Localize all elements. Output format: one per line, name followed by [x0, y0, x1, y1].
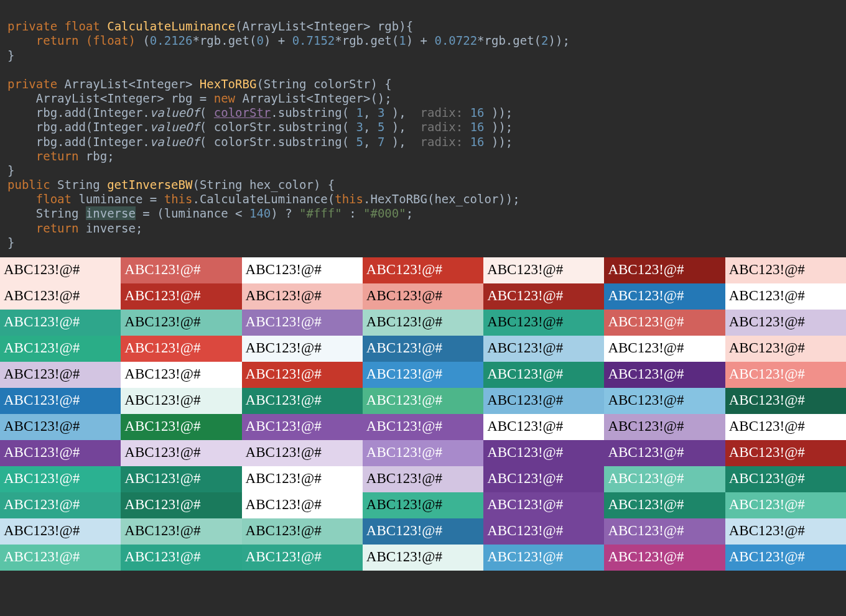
color-swatch: ABC123!@# — [363, 310, 483, 336]
color-swatch: ABC123!@# — [483, 518, 604, 545]
code-line: return inverse; — [7, 221, 142, 235]
color-swatch: ABC123!@# — [483, 257, 604, 283]
color-swatch: ABC123!@# — [604, 466, 725, 492]
color-swatch: ABC123!@# — [0, 414, 121, 440]
color-swatch: ABC123!@# — [725, 414, 846, 440]
code-line: return (float) (0.2126*rgb.get(0) + 0.71… — [7, 34, 570, 47]
color-swatch: ABC123!@# — [725, 518, 846, 545]
color-swatch: ABC123!@# — [483, 466, 604, 492]
color-swatch-grid: ABC123!@#ABC123!@#ABC123!@#ABC123!@#ABC1… — [0, 257, 846, 571]
color-swatch: ABC123!@# — [0, 362, 121, 388]
color-swatch: ABC123!@# — [725, 466, 846, 492]
color-swatch: ABC123!@# — [483, 545, 604, 571]
color-swatch: ABC123!@# — [363, 336, 483, 362]
color-swatch: ABC123!@# — [0, 310, 121, 336]
color-swatch: ABC123!@# — [121, 283, 241, 310]
color-swatch: ABC123!@# — [242, 414, 363, 440]
code-line: float luminance = this.CalculateLuminanc… — [7, 192, 520, 206]
code-line: rbg.add(Integer.valueOf( colorStr.substr… — [7, 106, 513, 119]
code-line: } — [7, 236, 14, 249]
color-swatch: ABC123!@# — [363, 388, 483, 414]
code-editor: private float CalculateLuminance(ArrayLi… — [0, 0, 846, 257]
color-swatch: ABC123!@# — [483, 492, 604, 518]
color-swatch: ABC123!@# — [121, 466, 241, 492]
color-swatch: ABC123!@# — [604, 388, 725, 414]
color-swatch: ABC123!@# — [0, 518, 121, 545]
color-swatch: ABC123!@# — [242, 518, 363, 545]
color-swatch: ABC123!@# — [242, 440, 363, 466]
color-swatch: ABC123!@# — [725, 283, 846, 310]
color-swatch: ABC123!@# — [725, 388, 846, 414]
color-swatch: ABC123!@# — [363, 545, 483, 571]
color-swatch: ABC123!@# — [483, 283, 604, 310]
color-swatch: ABC123!@# — [725, 545, 846, 571]
color-swatch: ABC123!@# — [242, 310, 363, 336]
code-line: } — [7, 163, 14, 177]
code-line: ArrayList<Integer> rbg = new ArrayList<I… — [7, 91, 392, 105]
color-swatch: ABC123!@# — [121, 414, 241, 440]
color-swatch: ABC123!@# — [242, 492, 363, 518]
color-swatch: ABC123!@# — [604, 492, 725, 518]
color-swatch: ABC123!@# — [242, 336, 363, 362]
color-swatch: ABC123!@# — [725, 362, 846, 388]
code-line: private float CalculateLuminance(ArrayLi… — [7, 19, 413, 33]
color-swatch: ABC123!@# — [363, 466, 483, 492]
code-line: rbg.add(Integer.valueOf( colorStr.substr… — [7, 135, 513, 149]
color-swatch: ABC123!@# — [725, 310, 846, 336]
color-swatch: ABC123!@# — [604, 283, 725, 310]
color-swatch: ABC123!@# — [725, 440, 846, 466]
color-swatch: ABC123!@# — [604, 440, 725, 466]
color-swatch: ABC123!@# — [483, 336, 604, 362]
color-swatch: ABC123!@# — [725, 336, 846, 362]
code-line: } — [7, 48, 14, 62]
code-line: String inverse = (luminance < 140) ? "#f… — [7, 206, 413, 220]
color-swatch: ABC123!@# — [121, 518, 241, 545]
color-swatch: ABC123!@# — [604, 518, 725, 545]
color-swatch: ABC123!@# — [483, 414, 604, 440]
color-swatch: ABC123!@# — [121, 362, 241, 388]
color-swatch: ABC123!@# — [0, 440, 121, 466]
color-swatch: ABC123!@# — [725, 257, 846, 283]
color-swatch: ABC123!@# — [242, 466, 363, 492]
color-swatch: ABC123!@# — [0, 257, 121, 283]
code-line: private ArrayList<Integer> HexToRBG(Stri… — [7, 77, 392, 91]
code-line: return rbg; — [7, 149, 114, 163]
color-swatch: ABC123!@# — [725, 492, 846, 518]
color-swatch: ABC123!@# — [242, 545, 363, 571]
color-swatch: ABC123!@# — [121, 545, 241, 571]
color-swatch: ABC123!@# — [121, 440, 241, 466]
color-swatch: ABC123!@# — [363, 518, 483, 545]
color-swatch: ABC123!@# — [121, 388, 241, 414]
color-swatch: ABC123!@# — [604, 414, 725, 440]
code-line: rbg.add(Integer.valueOf( colorStr.substr… — [7, 120, 513, 134]
color-swatch: ABC123!@# — [363, 440, 483, 466]
color-swatch: ABC123!@# — [483, 440, 604, 466]
color-swatch: ABC123!@# — [121, 310, 241, 336]
color-swatch: ABC123!@# — [483, 388, 604, 414]
color-swatch: ABC123!@# — [604, 336, 725, 362]
color-swatch: ABC123!@# — [242, 388, 363, 414]
color-swatch: ABC123!@# — [0, 545, 121, 571]
color-swatch: ABC123!@# — [483, 310, 604, 336]
color-swatch: ABC123!@# — [0, 388, 121, 414]
color-swatch: ABC123!@# — [363, 362, 483, 388]
color-swatch: ABC123!@# — [0, 283, 121, 310]
color-swatch: ABC123!@# — [121, 257, 241, 283]
color-swatch: ABC123!@# — [363, 257, 483, 283]
color-swatch: ABC123!@# — [0, 336, 121, 362]
color-swatch: ABC123!@# — [121, 336, 241, 362]
color-swatch: ABC123!@# — [0, 492, 121, 518]
color-swatch: ABC123!@# — [483, 362, 604, 388]
color-swatch: ABC123!@# — [604, 362, 725, 388]
color-swatch: ABC123!@# — [121, 492, 241, 518]
color-swatch: ABC123!@# — [0, 466, 121, 492]
color-swatch: ABC123!@# — [363, 283, 483, 310]
color-swatch: ABC123!@# — [242, 362, 363, 388]
color-swatch: ABC123!@# — [604, 257, 725, 283]
code-line: public String getInverseBW(String hex_co… — [7, 178, 335, 191]
color-swatch: ABC123!@# — [242, 257, 363, 283]
color-swatch: ABC123!@# — [242, 283, 363, 310]
color-swatch: ABC123!@# — [363, 414, 483, 440]
color-swatch: ABC123!@# — [604, 310, 725, 336]
color-swatch: ABC123!@# — [363, 492, 483, 518]
